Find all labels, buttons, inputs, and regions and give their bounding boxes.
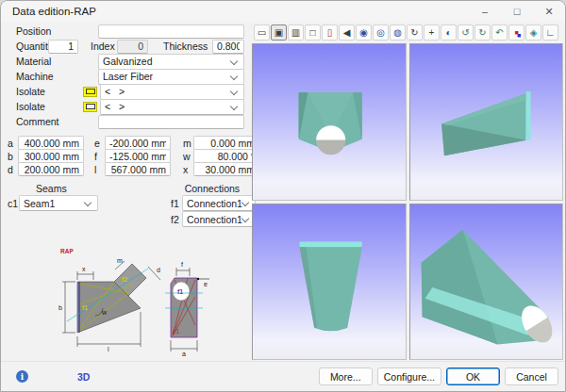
view-toolbar: ▭ ▣ ▥ □ ▯ ◀ ◉ ◎ ◍ ↻ + ◐ ↺ ↻ ↶ ■ ◈ ∟ — [250, 22, 565, 42]
chevron-down-icon — [231, 58, 238, 65]
thickness-input[interactable] — [212, 40, 244, 54]
position-label: Position — [16, 25, 98, 37]
rotate-left-icon[interactable]: ↺ — [458, 24, 474, 41]
view-shaded-icon[interactable]: ▣ — [271, 24, 287, 41]
dim-e-input[interactable] — [105, 136, 171, 150]
dim-d-label: d — [8, 164, 18, 175]
selection-window-icon[interactable]: □ — [305, 24, 321, 41]
configure-button[interactable]: Configure... — [377, 368, 441, 385]
isometric-view-icon[interactable]: ◈ — [525, 24, 541, 41]
render-colors-icon[interactable]: ■ — [508, 24, 524, 41]
diagram-w-label: w — [101, 309, 108, 316]
copy-view-icon[interactable]: ▥ — [288, 24, 304, 41]
isolate2-value: < > — [105, 101, 231, 112]
dim-m-label: m — [183, 138, 193, 149]
mode-3d-toggle[interactable]: 3D — [77, 371, 90, 383]
orient-view-icon[interactable]: ◀ — [339, 24, 355, 41]
thickness-label: Thickness — [163, 41, 212, 52]
comment-input[interactable] — [98, 115, 244, 129]
viewport-side[interactable] — [409, 43, 564, 201]
swatch-fill — [86, 104, 95, 109]
dim-f-input[interactable] — [105, 149, 171, 163]
isolate2-select[interactable]: < > — [100, 99, 244, 115]
dim-a-input[interactable] — [18, 136, 84, 150]
position-input[interactable] — [98, 24, 244, 39]
index-label: Index — [91, 41, 117, 52]
view-wireframe-icon[interactable]: ▭ — [254, 24, 270, 41]
dim-f-label: f — [94, 151, 105, 162]
swatch-fill — [86, 89, 95, 94]
diagram-a-label: a — [182, 351, 186, 357]
zoom-window-icon[interactable]: ◎ — [373, 24, 389, 41]
dim-b-label: b — [8, 151, 18, 162]
isolate1-select[interactable]: < > — [100, 84, 244, 100]
dim-l-input[interactable] — [105, 162, 171, 176]
parameters-form: Position Quantity Index Thickness Materi… — [1, 22, 250, 362]
dim-b-input[interactable] — [18, 149, 84, 163]
rotate-right-icon[interactable]: ↻ — [474, 24, 491, 41]
isolate2-label: Isolate — [16, 101, 83, 112]
machine-select[interactable]: Laser Fiber — [98, 69, 244, 85]
zoom-in-icon[interactable]: ◉ — [356, 24, 372, 41]
diagram-title: RAP — [60, 248, 74, 254]
cylinder-view-icon[interactable]: ▯ — [322, 24, 338, 41]
axes-view-icon[interactable]: ∟ — [542, 24, 558, 41]
diagram-c1-label: c1 — [173, 328, 180, 335]
diagram-f1-round-label: f1 — [177, 288, 183, 295]
f2-value: Connection1 — [187, 214, 242, 225]
seams-header: Seams — [36, 183, 67, 194]
quantity-input[interactable] — [48, 40, 78, 54]
dim-d-input[interactable] — [18, 162, 84, 176]
connection-f1-select[interactable]: Connection1 — [182, 195, 256, 211]
refresh-view-icon[interactable]: ↻ — [407, 24, 423, 41]
rotate-vertical-icon[interactable]: ↶ — [491, 24, 508, 41]
f2-label: f2 — [171, 214, 182, 225]
isolate1-color-swatch[interactable] — [83, 87, 97, 97]
chevron-down-icon — [242, 216, 249, 222]
machine-label: Machine — [16, 71, 98, 82]
viewport-front[interactable] — [252, 43, 407, 201]
minimize-button[interactable]: – — [469, 1, 501, 22]
chevron-down-icon — [85, 200, 92, 206]
index-field — [117, 40, 148, 54]
cancel-button[interactable]: Cancel — [505, 368, 558, 385]
dim-w-label: w — [183, 151, 193, 162]
close-button[interactable]: ✕ — [533, 1, 565, 22]
chevron-down-icon — [231, 89, 238, 95]
dimensions-grid: a e m b f w d — [8, 137, 244, 175]
ok-button[interactable]: OK — [446, 368, 500, 385]
more-button[interactable]: More... — [319, 368, 373, 385]
viewport-isometric[interactable] — [409, 204, 564, 361]
pan-view-icon[interactable]: + — [424, 24, 440, 41]
chevron-down-icon — [231, 74, 238, 80]
diagram-f-label: f — [181, 261, 183, 268]
material-value: Galvanized — [103, 56, 231, 67]
maximize-button[interactable]: □ — [501, 1, 533, 22]
material-label: Material — [16, 56, 98, 67]
comment-label: Comment — [16, 116, 98, 127]
seam-c1-select[interactable]: Seam1 — [19, 195, 98, 211]
f1-value: Connection1 — [187, 198, 242, 209]
connection-f2-select[interactable]: Connection1 — [182, 211, 256, 227]
machine-value: Laser Fiber — [103, 71, 231, 82]
dim-e-label: e — [94, 138, 105, 149]
zoom-out-icon[interactable]: ◍ — [390, 24, 406, 41]
quantity-label: Quantity — [16, 41, 48, 52]
viewport-bottom[interactable] — [252, 204, 407, 361]
titlebar[interactable]: Data edition-RAP – □ ✕ — [1, 1, 565, 22]
isolate2-color-swatch[interactable] — [83, 102, 97, 112]
f1-label: f1 — [171, 198, 182, 209]
info-icon[interactable]: i — [16, 370, 28, 383]
c1-label: c1 — [8, 198, 19, 209]
diagram-l-label: l — [108, 346, 109, 352]
diagram-m-label: m — [117, 257, 123, 264]
connections-header: Connections — [185, 183, 240, 194]
material-select[interactable]: Galvanized — [98, 54, 244, 70]
dim-a-label: a — [8, 138, 18, 149]
dialog-title: Data edition-RAP — [1, 6, 469, 17]
dim-l-label: l — [94, 164, 105, 175]
diagram-e-label: e — [204, 281, 208, 287]
isolate1-label: Isolate — [16, 86, 83, 97]
c1-value: Seam1 — [24, 198, 85, 209]
zoom-selection-icon[interactable]: ◐ — [441, 24, 457, 41]
